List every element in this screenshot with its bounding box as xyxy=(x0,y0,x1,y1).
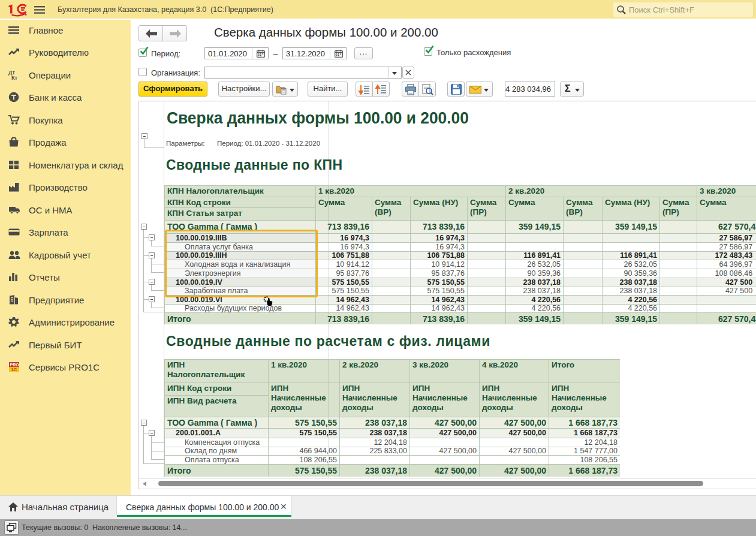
svg-text:PRO: PRO xyxy=(10,363,20,367)
svg-text:Кт: Кт xyxy=(11,75,17,80)
svg-text:1С: 1С xyxy=(11,367,17,372)
